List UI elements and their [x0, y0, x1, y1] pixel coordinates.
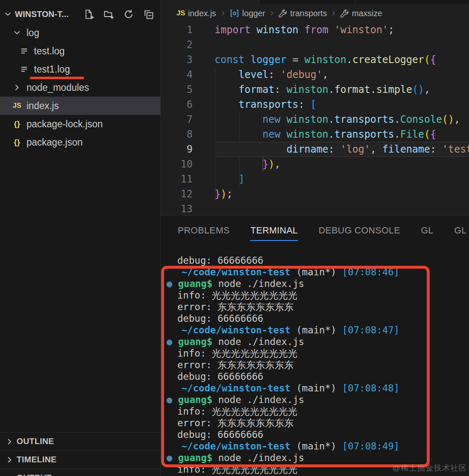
tree-item-package-lock.json[interactable]: {}package-lock.json	[0, 115, 160, 133]
breadcrumb-item-file[interactable]: index.js	[188, 9, 216, 18]
code-line-13[interactable]: 13	[161, 202, 469, 215]
chevron-down-icon	[5, 474, 14, 476]
panel-tab-problems[interactable]: PROBLEMS	[178, 216, 230, 245]
code-line-11[interactable]: 11 ]	[161, 172, 469, 187]
tab-separator	[259, 0, 260, 4]
terminal-error-line: error: 东东东东东东东东	[161, 359, 469, 371]
terminal-output[interactable]: debug: 66666666~/code/winston-test (main…	[161, 255, 469, 475]
prompt-user: guang$	[178, 336, 213, 347]
code-line-text: });	[215, 187, 232, 202]
code-line-8[interactable]: 8 new winston.transports.File({	[161, 127, 469, 142]
line-number: 1	[161, 22, 193, 37]
vscode-window: WINSTON-T... logtest.logtest1.lognode_mo…	[0, 0, 469, 476]
code-line-9[interactable]: 9 dirname: 'log', filename: 'test	[161, 142, 469, 157]
wrench-icon	[278, 9, 287, 18]
code-line-3[interactable]: 3const logger = winston.createLogger({	[161, 52, 469, 67]
code-line-12[interactable]: 12});	[161, 187, 469, 202]
tree-item-label: node_modules	[27, 82, 89, 93]
new-file-button[interactable]	[83, 9, 94, 19]
panel-tab-debug-console[interactable]: DEBUG CONSOLE	[319, 216, 400, 245]
panel-tab-label: GL	[421, 225, 433, 236]
prompt-timestamp: [07:08:46]	[342, 267, 399, 277]
new-folder-button[interactable]	[103, 9, 114, 19]
command-text: node ./index.js	[213, 278, 305, 289]
line-number: 12	[161, 187, 193, 202]
tree-item-label: package.json	[27, 137, 83, 148]
command-text: node ./index.js	[213, 394, 305, 405]
code-line-text: format: winston.format.simple(),	[215, 82, 430, 97]
line-number: 7	[161, 112, 193, 127]
prompt-user: guang$	[178, 278, 213, 289]
command-text: node ./index.js	[213, 452, 305, 463]
tree-item-log[interactable]: log	[0, 24, 160, 42]
tree-item-index.js[interactable]: JSindex.js	[0, 97, 160, 115]
tree-item-node_modules[interactable]: node_modules	[0, 78, 160, 97]
section-label: TIMELINE	[17, 455, 57, 464]
terminal-error-line: error: 东东东东东东东东	[161, 301, 469, 313]
editor-area: JSindex.jsloggertransportsmaxsize 1impor…	[161, 0, 469, 215]
chevron-down-icon	[11, 28, 23, 37]
terminal-prompt-line: ~/code/winston-test (main*) [07:08:48]	[161, 382, 469, 394]
section-output[interactable]: OUTPUT	[0, 469, 160, 476]
prompt-branch: (main*)	[290, 325, 342, 335]
prompt-timestamp: [07:08:47]	[342, 325, 399, 335]
terminal-command-line: ● guang$ node ./index.js	[161, 336, 469, 347]
panel-tab-label: TERMINAL	[250, 225, 297, 236]
tree-item-label: test1.log	[34, 64, 70, 75]
code-line-5[interactable]: 5 format: winston.format.simple(),	[161, 82, 469, 97]
panel-tab-label: PROBLEMS	[178, 225, 230, 236]
panel-tab-gl-4[interactable]: GL	[454, 216, 467, 245]
chevron-right-icon	[5, 437, 14, 446]
refresh-button[interactable]	[123, 9, 134, 19]
code-line-1[interactable]: 1import winston from 'winston';	[161, 22, 469, 37]
line-number: 8	[161, 127, 193, 142]
line-number: 2	[161, 37, 193, 52]
code-line-text: dirname: 'log', filename: 'test	[215, 142, 469, 157]
symbol-variable-icon	[230, 8, 239, 18]
line-number: 10	[161, 157, 193, 172]
code-line-6[interactable]: 6 transports: [	[161, 97, 469, 112]
prompt-branch: (main*)	[290, 441, 342, 452]
editor-tab-strip[interactable]	[161, 0, 469, 4]
breadcrumb-item-maxsize[interactable]: maxsize	[352, 9, 382, 18]
code-line-7[interactable]: 7 new winston.transports.Console(),	[161, 112, 469, 127]
terminal-prompt-line: ~/code/winston-test (main*) [07:08:46]	[161, 266, 469, 278]
section-outline[interactable]: OUTLINE	[0, 432, 160, 450]
code-line-2[interactable]: 2	[161, 37, 469, 52]
new-file-icon	[84, 9, 94, 19]
prompt-branch: (main*)	[290, 267, 342, 277]
code-editor[interactable]: 1import winston from 'winston';23const l…	[161, 22, 469, 215]
collapse-all-icon	[143, 9, 154, 19]
code-line-4[interactable]: 4 level: 'debug',	[161, 67, 469, 82]
breadcrumb-item-transports[interactable]: transports	[290, 9, 327, 18]
tree-item-package.json[interactable]: {}package.json	[0, 133, 160, 151]
tree-item-label: index.js	[27, 100, 59, 112]
tree-item-test1.log[interactable]: test1.log	[0, 60, 160, 78]
chevron-right-icon	[330, 10, 337, 17]
code-line-text: import winston from 'winston';	[215, 22, 394, 37]
tree-item-test.log[interactable]: test.log	[0, 42, 160, 60]
prompt-path: ~/code/winston-test	[181, 267, 290, 277]
terminal-command-line: ● guang$ node ./index.js	[161, 452, 469, 464]
section-timeline[interactable]: TIMELINE	[0, 450, 160, 469]
terminal-prompt-line: ~/code/winston-test (main*) [07:08:47]	[161, 324, 469, 336]
panel-tab-terminal[interactable]: TERMINAL	[250, 216, 297, 245]
prompt-dot-icon: ●	[167, 336, 172, 347]
tree-item-label: package-lock.json	[27, 119, 103, 130]
line-number: 13	[161, 202, 193, 215]
explorer-project-header[interactable]: WINSTON-T...	[0, 6, 160, 22]
chevron-right-icon	[5, 455, 14, 464]
chevron-down-icon	[3, 10, 12, 19]
line-number: 6	[161, 97, 193, 112]
log-file-icon	[18, 46, 31, 56]
panel-tab-gl-3[interactable]: GL	[421, 216, 433, 245]
prompt-user: guang$	[178, 452, 213, 463]
breadcrumb-item-logger[interactable]: logger	[242, 9, 266, 18]
bottom-panel: PROBLEMSTERMINALDEBUG CONSOLEGLGL debug:…	[161, 215, 469, 476]
chevron-right-icon	[268, 10, 275, 17]
file-tree: logtest.logtest1.lognode_modulesJSindex.…	[0, 24, 160, 151]
prompt-dot-icon: ●	[167, 452, 172, 463]
code-line-10[interactable]: 10 }),	[161, 157, 469, 172]
collapse-all-button[interactable]	[143, 9, 154, 19]
tab-separator	[355, 0, 355, 4]
